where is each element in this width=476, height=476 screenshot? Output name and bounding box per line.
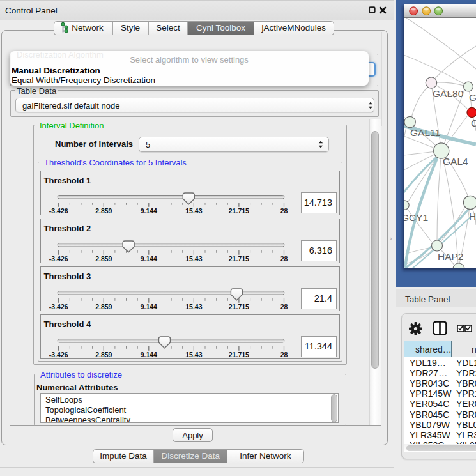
svg-text:21.715: 21.715 <box>229 351 249 358</box>
svg-text:9.144: 9.144 <box>141 255 157 263</box>
svg-text:9.144: 9.144 <box>141 207 157 215</box>
svg-text:GA: GA <box>469 92 476 103</box>
svg-text:28: 28 <box>280 303 288 311</box>
svg-text:GAL11: GAL11 <box>410 127 440 138</box>
svg-text:CY: CY <box>471 118 476 128</box>
svg-text:2.859: 2.859 <box>95 303 112 311</box>
svg-text:15.43: 15.43 <box>185 207 202 215</box>
svg-text:15.43: 15.43 <box>185 351 202 358</box>
svg-text:15.43: 15.43 <box>185 303 202 311</box>
svg-text:28: 28 <box>280 255 288 263</box>
svg-text:-3.426: -3.426 <box>49 207 68 215</box>
svg-text:21.715: 21.715 <box>229 207 249 215</box>
svg-text:21.715: 21.715 <box>229 255 249 263</box>
svg-text:9.144: 9.144 <box>141 303 157 311</box>
svg-text:-3.426: -3.426 <box>49 303 68 311</box>
svg-text:HAP2: HAP2 <box>438 251 464 262</box>
svg-text:21.715: 21.715 <box>229 303 249 311</box>
svg-text:2.859: 2.859 <box>95 207 112 215</box>
svg-text:28: 28 <box>280 207 288 215</box>
svg-text:HA: HA <box>469 211 476 222</box>
svg-text:15.43: 15.43 <box>185 255 202 263</box>
svg-text:2.859: 2.859 <box>95 255 112 263</box>
svg-text:GAL80: GAL80 <box>433 88 464 99</box>
svg-text:-3.426: -3.426 <box>49 255 68 263</box>
svg-text:9.144: 9.144 <box>141 351 157 358</box>
svg-text:GAL4: GAL4 <box>443 156 468 167</box>
svg-text:2.859: 2.859 <box>95 351 112 358</box>
svg-text:GCY1: GCY1 <box>404 212 428 223</box>
svg-text:28: 28 <box>280 351 288 358</box>
svg-text:-3.426: -3.426 <box>49 351 68 358</box>
